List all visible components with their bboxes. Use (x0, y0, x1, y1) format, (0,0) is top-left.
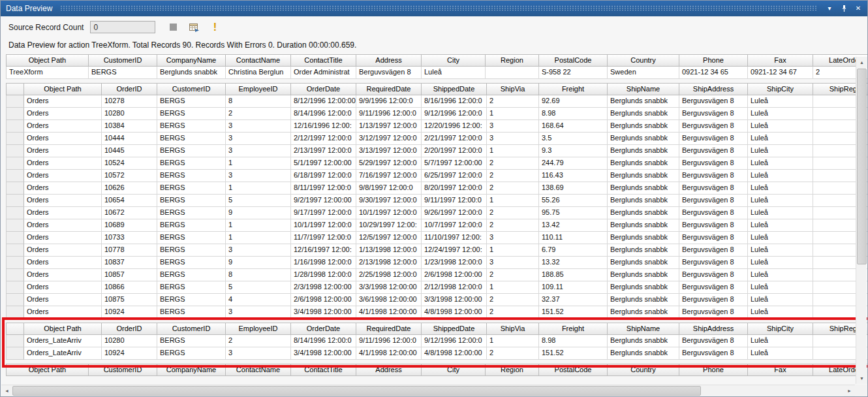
data-cell[interactable]: 3 (226, 170, 291, 182)
data-cell[interactable]: Berglunds snabbk (157, 67, 226, 79)
data-cell[interactable]: 10672 (102, 207, 157, 219)
data-cell[interactable]: Sweden (608, 67, 679, 79)
column-header-requireddate[interactable]: RequiredDate (356, 83, 422, 95)
data-cell[interactable]: 10444 (102, 133, 157, 145)
column-header-companyname[interactable]: CompanyName (157, 364, 226, 376)
column-header-city[interactable]: City (422, 364, 486, 376)
data-cell[interactable]: Luleå (748, 195, 813, 207)
column-header-companyname[interactable]: CompanyName (157, 54, 226, 67)
data-cell[interactable]: Berglunds snabbk (608, 95, 679, 108)
data-cell[interactable]: 151.52 (539, 306, 608, 319)
data-cell[interactable]: Orders (24, 195, 102, 207)
data-cell[interactable]: 2/12/1998 12:00:0 (422, 281, 487, 294)
data-cell[interactable]: Berguvsvägen 8 (679, 95, 748, 108)
column-header-city[interactable]: City (422, 54, 486, 67)
data-cell[interactable]: BERGS (157, 257, 226, 269)
row-selector[interactable] (6, 347, 24, 360)
data-cell[interactable]: Berglunds snabbk (608, 145, 679, 157)
data-cell[interactable]: BERGS (157, 195, 226, 207)
data-cell[interactable]: Orders (24, 133, 102, 145)
data-cell[interactable]: Berglunds snabbk (608, 120, 679, 133)
data-cell[interactable]: Luleå (748, 170, 813, 182)
column-header-contacttitle[interactable]: ContactTitle (291, 54, 356, 67)
data-cell[interactable]: Orders (24, 145, 102, 157)
column-header-address[interactable]: Address (356, 364, 422, 376)
column-header-shipvia[interactable]: ShipVia (487, 323, 539, 335)
data-cell[interactable]: 1 (226, 219, 291, 232)
data-cell[interactable]: Luleå (748, 281, 813, 294)
data-cell[interactable]: Luleå (748, 347, 813, 360)
vertical-scrollbar[interactable]: ▲ ▼ (856, 57, 867, 384)
row-selector[interactable] (6, 182, 24, 195)
column-header-customerid[interactable]: CustomerID (157, 83, 226, 95)
data-cell[interactable]: 1 (226, 157, 291, 170)
data-cell[interactable]: Berguvsvägen 8 (679, 182, 748, 195)
data-cell[interactable]: TreeXform (6, 67, 89, 79)
data-cell[interactable]: BERGS (157, 108, 226, 120)
row-selector[interactable] (6, 195, 24, 207)
data-cell[interactable]: 8/14/1996 12:00:0 (291, 108, 356, 120)
data-cell[interactable]: Berglunds snabbk (608, 232, 679, 244)
data-cell[interactable]: Berglunds snabbk (608, 170, 679, 182)
column-header-requireddate[interactable]: RequiredDate (356, 323, 422, 335)
data-cell[interactable]: 1 (487, 335, 539, 347)
data-cell[interactable]: 6.79 (539, 244, 608, 257)
data-cell[interactable]: BERGS (157, 95, 226, 108)
column-header-customerid[interactable]: CustomerID (157, 323, 226, 335)
data-cell[interactable]: 10837 (102, 257, 157, 269)
row-selector[interactable] (6, 269, 24, 281)
data-cell[interactable]: 9/2/1997 12:00:00 (291, 195, 356, 207)
data-cell[interactable]: Berglunds snabbk (608, 108, 679, 120)
data-cell[interactable]: 8/12/1996 12:00:00 (291, 95, 356, 108)
data-cell[interactable]: 9 (226, 207, 291, 219)
column-header-object-path[interactable]: Object Path (24, 83, 102, 95)
data-cell[interactable]: 2 (487, 170, 539, 182)
data-cell[interactable]: 10/1/1997 12:00:0 (291, 219, 356, 232)
row-selector[interactable] (6, 157, 24, 170)
window-menu-button[interactable]: ▾ (824, 3, 835, 14)
column-header-employeeid[interactable]: EmployeeID (226, 83, 291, 95)
data-cell[interactable]: Luleå (748, 95, 813, 108)
data-cell[interactable]: Berguvsvägen 8 (356, 67, 422, 79)
data-cell[interactable]: 3/13/1997 12:00:0 (356, 145, 422, 157)
data-cell[interactable]: 8/14/1996 12:00:0 (291, 335, 356, 347)
stop-button[interactable] (166, 20, 180, 35)
row-selector[interactable] (6, 133, 24, 145)
data-cell[interactable]: 8/16/1996 12:00:0 (422, 95, 487, 108)
data-cell[interactable]: 0921-12 34 67 (748, 67, 813, 79)
data-cell[interactable]: 2/20/1997 12:00:0 (422, 145, 487, 157)
data-cell[interactable]: Orders (24, 257, 102, 269)
data-cell[interactable]: 2 (487, 347, 539, 360)
data-cell[interactable]: Orders (24, 269, 102, 281)
data-cell[interactable]: 3 (226, 133, 291, 145)
data-cell[interactable]: 3 (226, 120, 291, 133)
data-cell[interactable]: BERGS (157, 347, 226, 360)
data-cell[interactable]: 138.69 (539, 182, 608, 195)
data-cell[interactable]: 3/4/1998 12:00:00 (291, 306, 356, 319)
title-bar[interactable]: Data Preview ▾ ✕ (1, 1, 867, 16)
data-cell[interactable]: 2 (487, 306, 539, 319)
data-cell[interactable]: Berglunds snabbk (608, 157, 679, 170)
data-cell[interactable]: 5/1/1997 12:00:00 (291, 157, 356, 170)
data-cell[interactable]: 2 (226, 108, 291, 120)
data-cell[interactable]: 188.85 (539, 269, 608, 281)
data-cell[interactable]: 2 (487, 207, 539, 219)
data-cell[interactable]: 3/3/1998 12:00:00 (356, 281, 422, 294)
data-cell[interactable]: 1 (487, 244, 539, 257)
data-cell[interactable]: 7/16/1997 12:00:0 (356, 170, 422, 182)
data-cell[interactable]: Berguvsvägen 8 (679, 306, 748, 319)
data-cell[interactable]: 2/12/1997 12:00:0 (291, 133, 356, 145)
data-cell[interactable]: Luleå (748, 294, 813, 306)
data-cell[interactable]: 2 (487, 219, 539, 232)
row-selector[interactable] (6, 281, 24, 294)
data-cell[interactable]: 3 (226, 347, 291, 360)
data-cell[interactable]: Orders (24, 232, 102, 244)
data-cell[interactable]: 168.64 (539, 120, 608, 133)
data-cell[interactable]: Berguvsvägen 8 (679, 195, 748, 207)
data-cell[interactable]: 3 (487, 257, 539, 269)
data-cell[interactable]: 6/18/1997 12:00:0 (291, 170, 356, 182)
data-cell[interactable]: Orders_LateArriv (24, 347, 102, 360)
column-header-customerid[interactable]: CustomerID (89, 364, 157, 376)
data-cell[interactable]: 10/7/1997 12:00:0 (422, 219, 487, 232)
data-cell[interactable]: 12/16/1997 12:00: (291, 244, 356, 257)
